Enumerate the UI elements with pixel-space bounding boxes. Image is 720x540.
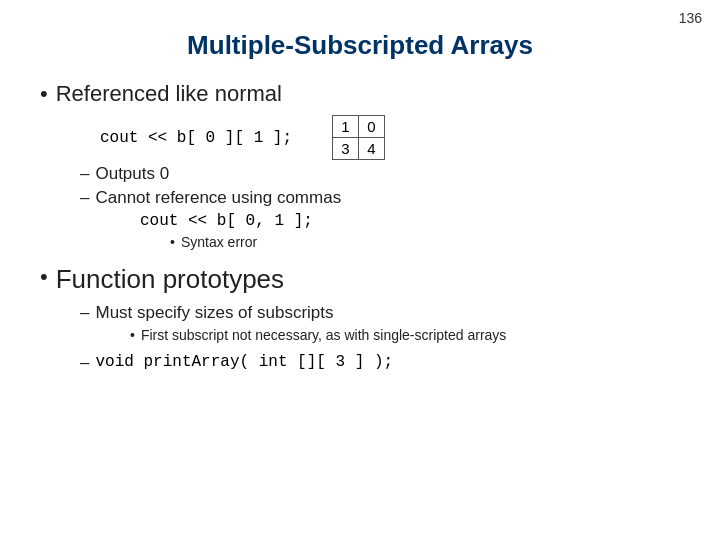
- bullet1-dot: •: [40, 81, 48, 107]
- bullet1-subs: – Outputs 0 – Cannot reference using com…: [80, 164, 680, 250]
- bullet2-label: Function prototypes: [56, 264, 284, 295]
- first-subscript-label: First subscript not necessary, as with s…: [141, 327, 506, 343]
- syntax-error-bullet: • Syntax error: [170, 234, 680, 250]
- bullet1: • Referenced like normal: [40, 81, 680, 107]
- syntax-error-dot: •: [170, 234, 175, 250]
- dash1-item: – Outputs 0: [80, 164, 680, 184]
- bullet2-dash2-symbol: –: [80, 353, 89, 373]
- cell-0-1: 0: [359, 116, 385, 138]
- cell-1-1: 4: [359, 138, 385, 160]
- bullet2-dash2-code: void printArray( int [][ 3 ] );: [95, 353, 393, 371]
- bullet2-dash1-label: Must specify sizes of subscripts: [95, 303, 333, 323]
- first-subscript-bullet: • First subscript not necessary, as with…: [130, 327, 680, 343]
- bullet2-dash2: – void printArray( int [][ 3 ] );: [80, 353, 680, 373]
- bullet2-dash1-symbol: –: [80, 303, 89, 323]
- cell-0-0: 1: [333, 116, 359, 138]
- bullet2: • Function prototypes: [40, 264, 680, 295]
- dash2-symbol: –: [80, 188, 89, 208]
- slide-number: 136: [679, 10, 702, 26]
- code2: cout << b[ 0, 1 ];: [140, 212, 680, 230]
- dash2-label: Cannot reference using commas: [95, 188, 341, 208]
- dash1-label: Outputs 0: [95, 164, 169, 184]
- syntax-error-label: Syntax error: [181, 234, 257, 250]
- code1-row: cout << b[ 0 ][ 1 ]; 1 0 3 4: [100, 115, 680, 160]
- bullet2-dot: •: [40, 264, 48, 290]
- bullet1-label: Referenced like normal: [56, 81, 282, 107]
- array-table: 1 0 3 4: [332, 115, 385, 160]
- slide: 136 Multiple-Subscripted Arrays • Refere…: [0, 0, 720, 540]
- cell-1-0: 3: [333, 138, 359, 160]
- slide-title: Multiple-Subscripted Arrays: [40, 30, 680, 61]
- bullet2-dash1: – Must specify sizes of subscripts: [80, 303, 680, 323]
- code1: cout << b[ 0 ][ 1 ];: [100, 129, 292, 147]
- bullet2-subs: – Must specify sizes of subscripts • Fir…: [80, 303, 680, 373]
- dash1-symbol: –: [80, 164, 89, 184]
- first-subscript-dot: •: [130, 327, 135, 343]
- dash2-item: – Cannot reference using commas: [80, 188, 680, 208]
